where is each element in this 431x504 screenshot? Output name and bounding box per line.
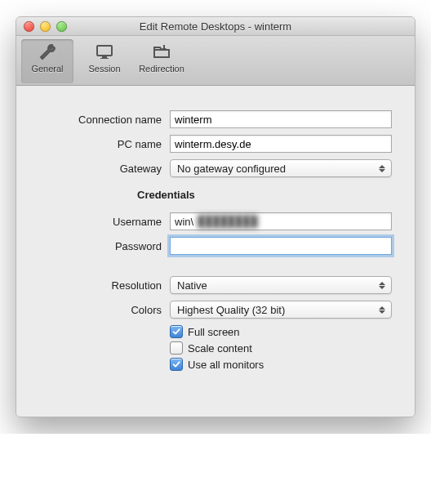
colors-value: Highest Quality (32 bit) xyxy=(177,304,285,316)
monitor-icon xyxy=(93,42,116,62)
toolbar: General Session Redirection xyxy=(16,36,415,86)
resolution-select[interactable]: Native xyxy=(170,276,392,294)
wrench-icon xyxy=(36,42,59,62)
use-all-monitors-label: Use all monitors xyxy=(188,359,264,371)
credentials-heading: Credentials xyxy=(137,189,392,201)
folder-arrow-icon xyxy=(150,42,173,62)
use-all-monitors-checkbox[interactable] xyxy=(170,358,183,371)
tab-redirection[interactable]: Redirection xyxy=(136,39,188,83)
gateway-select[interactable]: No gateway configured xyxy=(170,159,392,177)
gateway-label: Gateway xyxy=(39,163,170,175)
colors-select[interactable]: Highest Quality (32 bit) xyxy=(170,301,392,319)
username-label: Username xyxy=(39,216,170,228)
full-screen-label: Full screen xyxy=(188,326,240,338)
zoom-icon[interactable] xyxy=(56,21,67,32)
tab-redirection-label: Redirection xyxy=(139,64,184,74)
window: Edit Remote Desktops - winterm General S… xyxy=(16,16,415,417)
connection-name-label: Connection name xyxy=(39,114,170,126)
pc-name-input[interactable] xyxy=(170,135,392,153)
scale-content-label: Scale content xyxy=(188,342,252,355)
colors-label: Colors xyxy=(39,304,170,316)
svg-rect-0 xyxy=(97,46,112,56)
chevron-updown-icon xyxy=(376,160,388,176)
svg-rect-1 xyxy=(102,56,107,58)
pc-name-label: PC name xyxy=(39,138,170,150)
chevron-updown-icon xyxy=(376,277,388,293)
tab-session-label: Session xyxy=(88,64,120,74)
gateway-value: No gateway configured xyxy=(177,163,286,175)
password-input[interactable] xyxy=(170,237,392,255)
tab-general-label: General xyxy=(31,64,63,74)
username-hidden: ████████ xyxy=(198,215,258,227)
close-icon[interactable] xyxy=(24,21,34,32)
traffic-lights xyxy=(16,21,67,32)
svg-rect-2 xyxy=(100,58,109,59)
tab-session[interactable]: Session xyxy=(78,39,131,83)
chevron-updown-icon xyxy=(376,301,388,318)
full-screen-checkbox[interactable] xyxy=(170,325,183,338)
connection-name-input[interactable] xyxy=(170,110,392,128)
titlebar[interactable]: Edit Remote Desktops - winterm xyxy=(16,17,415,36)
password-label: Password xyxy=(39,240,170,252)
window-title: Edit Remote Desktops - winterm xyxy=(16,20,415,33)
tab-general[interactable]: General xyxy=(21,39,73,83)
scale-content-checkbox[interactable] xyxy=(170,341,183,355)
resolution-value: Native xyxy=(177,279,207,292)
content: Connection name PC name Gateway No gatew… xyxy=(16,86,415,417)
minimize-icon[interactable] xyxy=(40,21,51,32)
resolution-label: Resolution xyxy=(39,279,170,292)
